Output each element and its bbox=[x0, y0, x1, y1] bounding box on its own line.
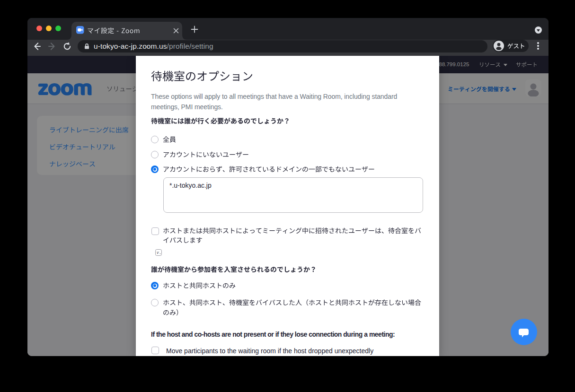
svg-text:v: v bbox=[157, 250, 159, 255]
